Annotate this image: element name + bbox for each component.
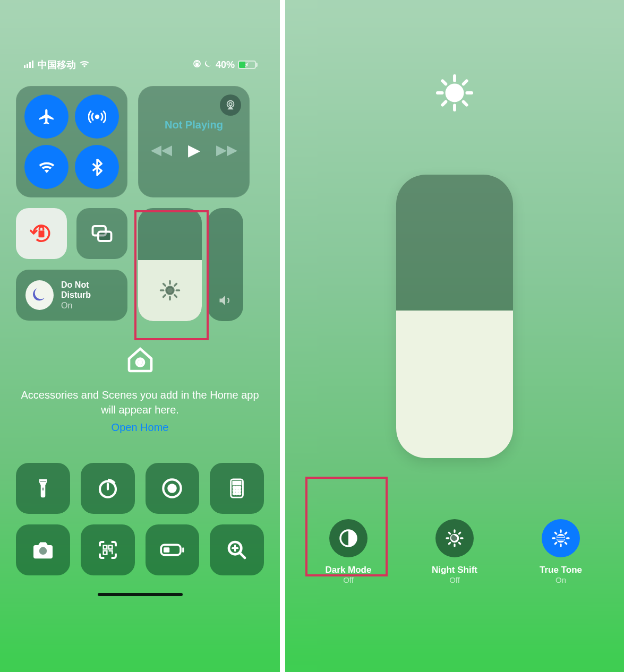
- volume-slider[interactable]: [207, 208, 243, 321]
- svg-rect-36: [164, 547, 169, 553]
- night-shift-button[interactable]: Night Shift Off: [415, 519, 494, 584]
- screen-record-button[interactable]: [146, 463, 200, 514]
- volume-icon: [218, 293, 233, 308]
- control-center-screenshot-left: 中国移动 40% ⚡︎: [0, 0, 280, 672]
- orientation-lock-icon: [193, 59, 201, 71]
- battery-percentage: 40%: [216, 59, 235, 71]
- svg-point-24: [233, 489, 235, 492]
- battery-icon: ⚡︎: [238, 61, 256, 69]
- brightness-slider-large[interactable]: [396, 175, 513, 458]
- svg-point-25: [236, 489, 238, 492]
- media-title: Not Playing: [165, 119, 223, 131]
- dark-mode-status: Off: [326, 575, 372, 584]
- dnd-status: On: [61, 301, 72, 310]
- airplay-icon[interactable]: [220, 94, 241, 116]
- svg-rect-31: [103, 546, 107, 549]
- svg-rect-0: [24, 65, 25, 68]
- open-home-link[interactable]: Open Home: [112, 421, 169, 434]
- dark-mode-button[interactable]: Dark Mode Off: [309, 519, 388, 584]
- svg-rect-33: [103, 551, 107, 555]
- utility-grid: [16, 463, 264, 575]
- qr-scan-button[interactable]: [81, 524, 135, 575]
- dnd-moon-icon: [204, 59, 212, 71]
- magnifier-button[interactable]: [210, 524, 264, 575]
- connectivity-tile[interactable]: [16, 86, 127, 197]
- svg-point-18: [169, 485, 176, 492]
- svg-point-23: [238, 487, 241, 489]
- calculator-button[interactable]: [210, 463, 264, 514]
- svg-point-14: [139, 361, 141, 364]
- camera-button[interactable]: [16, 524, 70, 575]
- play-button[interactable]: ▶: [188, 141, 200, 159]
- home-indicator[interactable]: [98, 593, 183, 596]
- true-tone-button[interactable]: True Tone On: [521, 519, 601, 584]
- svg-point-8: [229, 102, 232, 106]
- orientation-lock-button[interactable]: [16, 208, 67, 259]
- airplane-mode-button[interactable]: [24, 94, 69, 139]
- svg-point-29: [238, 493, 241, 495]
- dnd-button[interactable]: Do Not Disturb On: [16, 270, 127, 321]
- svg-point-26: [238, 489, 241, 492]
- status-bar: 中国移动 40% ⚡︎: [16, 0, 264, 71]
- darkmode-icon: [329, 519, 367, 557]
- svg-point-22: [236, 487, 238, 489]
- sun-icon: [436, 74, 473, 114]
- timer-button[interactable]: [81, 463, 135, 514]
- svg-point-21: [233, 487, 235, 489]
- night-shift-status: Off: [432, 575, 477, 584]
- nightshift-icon: [435, 519, 474, 557]
- svg-point-27: [233, 493, 235, 495]
- cellular-signal-icon: [24, 59, 35, 71]
- svg-point-30: [39, 547, 47, 555]
- dnd-label: Do Not Disturb: [61, 280, 118, 300]
- true-tone-status: On: [540, 575, 582, 584]
- svg-rect-32: [108, 546, 112, 549]
- panel-divider: [280, 0, 285, 672]
- wifi-icon: [79, 59, 90, 71]
- flashlight-button[interactable]: [16, 463, 70, 514]
- screen-mirroring-button[interactable]: [76, 208, 127, 259]
- svg-rect-5: [195, 63, 199, 66]
- bluetooth-button[interactable]: [75, 145, 119, 189]
- brightness-detail-screenshot-right: Dark Mode Off Night Shift Off True Ton: [285, 0, 624, 672]
- home-message: Accessories and Scenes you add in the Ho…: [16, 387, 264, 417]
- svg-point-12: [166, 287, 174, 294]
- truetone-icon: [542, 519, 580, 557]
- svg-rect-15: [42, 488, 44, 491]
- home-section: Accessories and Scenes you add in the Ho…: [16, 345, 264, 434]
- cellular-data-button[interactable]: [75, 94, 119, 139]
- true-tone-label: True Tone: [540, 565, 582, 575]
- rewind-button[interactable]: ◀◀: [151, 142, 172, 158]
- night-shift-label: Night Shift: [432, 565, 477, 575]
- svg-rect-35: [183, 547, 184, 553]
- low-power-button[interactable]: [146, 524, 200, 575]
- fastforward-button[interactable]: ▶▶: [216, 142, 237, 158]
- svg-rect-11: [98, 232, 112, 242]
- home-icon: [16, 345, 264, 377]
- dark-mode-label: Dark Mode: [326, 565, 372, 575]
- moon-icon: [25, 280, 54, 310]
- wifi-button[interactable]: [24, 145, 69, 189]
- media-tile[interactable]: Not Playing ◀◀ ▶ ▶▶: [138, 86, 250, 197]
- svg-rect-1: [27, 64, 28, 68]
- brightness-icon: [159, 279, 181, 301]
- svg-point-6: [96, 115, 99, 118]
- svg-rect-9: [39, 231, 45, 238]
- carrier-label: 中国移动: [38, 58, 76, 71]
- svg-point-38: [447, 85, 462, 100]
- svg-rect-20: [233, 481, 241, 485]
- svg-rect-2: [29, 62, 31, 68]
- brightness-slider[interactable]: [138, 208, 202, 321]
- svg-rect-3: [32, 61, 33, 68]
- svg-point-28: [236, 493, 238, 495]
